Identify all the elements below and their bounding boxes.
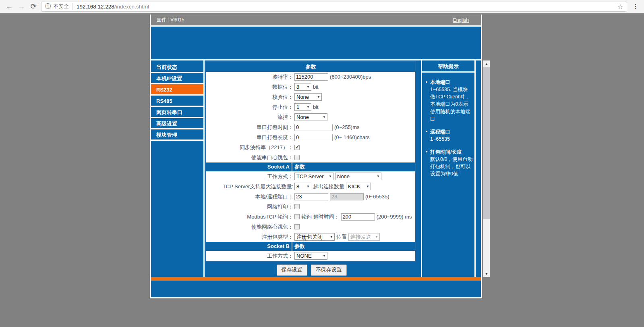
- parity-label: 校验位：: [206, 94, 293, 101]
- sidebar-item-current-status[interactable]: 当前状态: [151, 62, 203, 73]
- help-item-body: 1~65535: [430, 136, 450, 142]
- chevron-down-icon: ▼: [375, 235, 378, 239]
- baud-rate-input[interactable]: [294, 73, 328, 81]
- info-icon[interactable]: ⓘ: [45, 3, 51, 10]
- uart-heartbeat-row: 使能串口心跳包：: [206, 152, 415, 162]
- remote-port-input: [330, 193, 364, 200]
- workmode-a-select[interactable]: TCP Server▼: [294, 173, 333, 180]
- reg-packet-row: 注册包类型： 注册包关闭▼ 位置 连接发送▼: [206, 232, 415, 242]
- sync-baud-checkbox[interactable]: [294, 145, 300, 150]
- bookmark-star-icon[interactable]: ☆: [617, 3, 623, 10]
- kick-policy-select[interactable]: KICK▼: [346, 183, 371, 190]
- pack-length-label: 串口打包长度：: [206, 134, 293, 141]
- help-item-pack-time-length: 打包时间/长度 默认0/0，使用自动打包机制；也可以设置为非0值: [426, 148, 472, 178]
- chevron-down-icon: ▼: [317, 95, 320, 99]
- uart-heartbeat-checkbox[interactable]: [294, 155, 300, 160]
- flow-control-label: 流控：: [206, 114, 293, 121]
- socket-a-subtitle: 参数: [292, 162, 305, 171]
- baud-rate-label: 波特率：: [206, 73, 293, 81]
- url-text[interactable]: 192.168.12.228/indexcn.shtml: [77, 4, 149, 10]
- socket-a-title: Socket A: [206, 162, 292, 171]
- flow-control-select[interactable]: None▼: [294, 113, 327, 121]
- forward-icon[interactable]: →: [15, 2, 27, 11]
- sidebar-item-rs232[interactable]: RS232: [151, 84, 203, 96]
- max-conn-mid-label: 超出连接数量: [313, 183, 344, 190]
- net-print-checkbox[interactable]: [294, 204, 300, 209]
- max-conn-select[interactable]: 8▼: [294, 183, 311, 190]
- help-title: 帮助提示: [422, 60, 474, 73]
- ports-row: 本地/远程端口： (0~65535): [206, 192, 415, 202]
- sidebar-item-module-mgmt[interactable]: 模块管理: [151, 129, 203, 141]
- ports-label: 本地/远程端口：: [206, 193, 293, 200]
- content-scrollbar[interactable]: ▲ ▼: [483, 60, 490, 277]
- form-buttons: 保存设置 不保存设置: [205, 265, 418, 276]
- modbus-poll-row: ModbusTCP 轮询： 轮询 超时时间： (200~9999) ms: [206, 212, 415, 222]
- max-conn-label: TCP Server支持最大连接数量:: [206, 183, 293, 190]
- stop-bits-row: 停止位： 1▼ bit: [206, 102, 415, 112]
- sync-baud-label: 同步波特率（2217）：: [206, 144, 293, 151]
- help-item-title: 远程端口: [430, 129, 450, 135]
- reg-packet-label: 注册包类型：: [206, 233, 293, 241]
- flow-control-row: 流控： None▼: [206, 112, 415, 122]
- help-item-title: 本地端口: [430, 79, 450, 85]
- stop-bits-select[interactable]: 1▼: [294, 103, 311, 111]
- socket-b-subtitle: 参数: [292, 242, 305, 251]
- net-print-row: 网络打印：: [206, 202, 415, 212]
- page-titlebar: 固件 : V3015 English: [151, 15, 481, 25]
- parity-select[interactable]: None▼: [294, 93, 322, 101]
- workmode-a-label: 工作方式：: [206, 173, 293, 180]
- workmode-b-row: 工作方式： NONE▼: [206, 251, 415, 261]
- data-bits-select[interactable]: 8▼: [294, 83, 311, 91]
- local-port-input[interactable]: [294, 193, 328, 200]
- workmode-b-label: 工作方式：: [206, 252, 293, 260]
- browser-menu-icon[interactable]: ⋮: [630, 3, 641, 10]
- modbus-poll-checkbox[interactable]: [294, 214, 300, 219]
- chevron-down-icon: ▼: [329, 175, 332, 178]
- socket-b-header: Socket B 参数: [206, 242, 415, 251]
- reg-packet-position-label: 位置: [336, 233, 347, 241]
- browser-toolbar: ← → ⟳ ⓘ 不安全 192.168.12.228/indexcn.shtml…: [0, 0, 644, 13]
- orange-divider: [151, 277, 481, 281]
- pack-time-range: (0~255)ms: [334, 124, 360, 130]
- pack-length-input[interactable]: [294, 134, 333, 141]
- workmode-a-row: 工作方式： TCP Server▼ None▼: [206, 171, 415, 181]
- scrollbar-down-icon[interactable]: ▼: [483, 271, 490, 277]
- chevron-down-icon: ▼: [323, 254, 326, 258]
- data-bits-label: 数据位：: [206, 83, 293, 91]
- back-icon[interactable]: ←: [3, 2, 15, 11]
- chevron-down-icon: ▼: [306, 185, 310, 188]
- form-title: 参数: [206, 62, 415, 72]
- address-bar[interactable]: ⓘ 不安全 192.168.12.228/indexcn.shtml ☆: [41, 2, 627, 12]
- sidebar-menu: 当前状态 本机IP设置 RS232 RS485 网页转串口 高级设置 模块管理: [151, 60, 205, 277]
- sidebar-item-local-ip[interactable]: 本机IP设置: [151, 73, 203, 84]
- modbus-poll-label: ModbusTCP 轮询：: [206, 213, 293, 221]
- refresh-icon[interactable]: ⟳: [27, 2, 39, 11]
- scrollbar-thumb[interactable]: [483, 67, 490, 219]
- net-heartbeat-checkbox[interactable]: [294, 224, 300, 229]
- sidebar-item-advanced[interactable]: 高级设置: [151, 118, 203, 129]
- banner: [151, 27, 481, 59]
- sidebar-item-web-to-serial[interactable]: 网页转串口: [151, 107, 203, 118]
- reg-packet-type-select[interactable]: 注册包关闭▼: [294, 233, 335, 241]
- help-panel: 帮助提示 本地端口 1~65535. 当模块做TCP Client时，本地端口为…: [421, 60, 476, 277]
- firmware-version-label: 固件 : V3015: [157, 17, 184, 23]
- net-heartbeat-label: 使能网络心跳包：: [206, 223, 293, 231]
- data-bits-unit: bit: [313, 84, 319, 90]
- max-conn-row: TCP Server支持最大连接数量: 8▼ 超出连接数量 KICK▼: [206, 181, 415, 192]
- discard-settings-button[interactable]: 不保存设置: [311, 265, 347, 276]
- workmode-b-select[interactable]: NONE▼: [294, 252, 327, 260]
- scrollbar-up-icon[interactable]: ▲: [483, 60, 490, 67]
- english-link[interactable]: English: [453, 17, 469, 23]
- url-path: /indexcn.shtml: [114, 4, 149, 10]
- pack-time-input[interactable]: [294, 124, 333, 131]
- chevron-down-icon: ▼: [323, 115, 326, 119]
- pack-length-row: 串口打包长度： (0~ 1460)chars: [206, 132, 415, 142]
- stop-bits-label: 停止位：: [206, 104, 293, 111]
- chevron-down-icon: ▼: [377, 175, 380, 178]
- modbus-timeout-input[interactable]: [341, 213, 375, 221]
- save-settings-button[interactable]: 保存设置: [277, 265, 307, 276]
- baud-rate-row: 波特率： (600~230400)bps: [206, 72, 415, 82]
- workmode-a-extra-select[interactable]: None▼: [335, 173, 381, 180]
- sidebar-item-rs485[interactable]: RS485: [151, 96, 203, 107]
- url-host: 192.168.12.228: [77, 4, 114, 10]
